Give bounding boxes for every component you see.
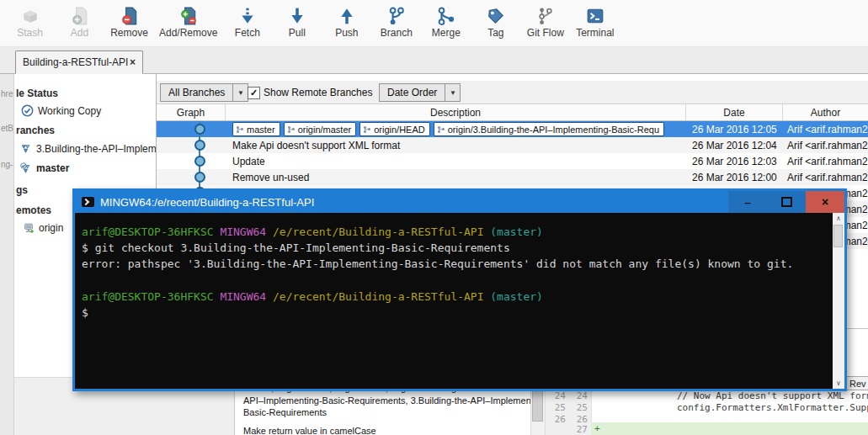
toolbar-button-push[interactable]: Push (322, 3, 371, 40)
commit-date: 26 Mar 2016 12:03 (686, 153, 783, 169)
toolbar-button-remove[interactable]: Remove (104, 3, 154, 40)
commit-message: Make Api doesn't support XML format (226, 137, 686, 153)
terminal-titlebar[interactable]: MINGW64:/e/recent/Building-a-RESTful-API… (75, 191, 844, 213)
toolbar-label: Branch (381, 27, 413, 39)
branch-icon (387, 4, 406, 27)
commit-message: Update (226, 153, 686, 169)
show-remote-branches-checkbox[interactable]: ✓ (248, 87, 260, 99)
branch-label-chip[interactable]: master (232, 122, 280, 136)
toolbar-label: Add/Remove (159, 27, 217, 39)
toolbar-button-terminal[interactable]: Terminal (570, 3, 620, 40)
branch-label-chip[interactable]: origin/3.Building-the-API–Implementing-B… (434, 122, 664, 136)
commit-author: Arif <arif.rahman2 (783, 153, 868, 169)
background-text-fragment: etB (1, 124, 13, 133)
tab-close-icon[interactable]: × (130, 56, 136, 68)
terminal-icon (586, 4, 604, 27)
diff-new-line-number: 24 (569, 390, 588, 401)
tab-building-a-restful-api[interactable]: Building-a-RESTful-API × (15, 50, 143, 74)
commit-date: 26 Mar 2016 12:04 (686, 137, 783, 153)
diff-new-line-number: 27 (569, 424, 588, 435)
branch-icon (437, 125, 445, 134)
maximize-button[interactable] (767, 191, 806, 213)
toolbar-button-gitflow[interactable]: Git Flow (520, 3, 570, 40)
terminal-cursor-line: $ (82, 306, 824, 322)
commit-author: Arif <arif.rahman2 (783, 137, 868, 153)
branch-filter-dropdown[interactable]: All Branches ▼ (160, 83, 248, 102)
add-icon (71, 4, 89, 27)
git-bash-window[interactable]: MINGW64:/e/recent/Building-a-RESTful-API… (72, 188, 847, 391)
background-text-fragment: ng- (1, 160, 13, 169)
toolbar-label: Push (335, 27, 358, 39)
sidebar-header-tags: gs (16, 184, 28, 196)
chevron-down-icon[interactable]: ▼ (233, 83, 248, 102)
commit-graph-node (194, 140, 205, 151)
toolbar-button-tag[interactable]: Tag (471, 3, 520, 40)
tag-icon (487, 4, 505, 27)
toolbar-label: Remove (110, 27, 148, 39)
terminal-prompt-line: arif@DESKTOP-36HFKSC MINGW64 /e/recent/B… (82, 225, 824, 241)
branch-label-chip[interactable]: origin/master (284, 122, 357, 136)
toolbar-label: Merge (432, 27, 461, 39)
branch-label-chip[interactable]: origin/HEAD (359, 122, 430, 136)
toolbar-label: Fetch (235, 27, 260, 39)
diff-code-line: config.Formatters.XmlFormatter.Support (677, 402, 868, 413)
history-controls: All Branches ▼ ✓ Show Remote Branches Da… (157, 81, 868, 104)
commit-author: Arif <arif.rahman2 (783, 121, 868, 137)
minimize-button[interactable]: – (728, 191, 767, 213)
tab-bar: Building-a-RESTful-API × (0, 47, 868, 74)
toolbar-button-branch[interactable]: Branch (371, 3, 421, 40)
branch-filter-label: All Branches (160, 83, 233, 102)
scroll-down-icon[interactable]: ∨ (833, 378, 844, 389)
sidebar-item-remote-origin[interactable]: origin (23, 222, 63, 234)
toolbar-label: Pull (289, 27, 306, 39)
commit-row[interactable]: Make Api doesn't support XML format 26 M… (157, 137, 868, 153)
sidebar-item-branch-feature[interactable]: 3.Building-the-API–Impleme (19, 143, 157, 155)
gitflow-icon (536, 4, 555, 27)
commit-message-line: Make return value in camelCase (243, 426, 376, 435)
chevron-down-icon[interactable]: ▼ (445, 83, 461, 102)
sidebar-item-working-copy[interactable]: Working Copy (21, 104, 101, 117)
tab-title: Building-a-RESTful-API (23, 56, 128, 68)
toolbar-button-pull[interactable]: Pull (272, 3, 322, 40)
column-header-graph[interactable]: Graph (157, 104, 226, 120)
commit-row[interactable]: Remove un-used 26 Mar 2016 12:00 Arif <a… (157, 169, 868, 185)
diff-added-row (591, 422, 868, 435)
toolbar-button-merge[interactable]: Merge (421, 3, 471, 40)
sort-order-dropdown[interactable]: Date Order ▼ (379, 83, 461, 102)
toolbar-label: Add (71, 27, 88, 39)
close-icon: × (822, 195, 828, 209)
commit-date: 26 Mar 2016 12:00 (686, 169, 783, 185)
commit-date: 26 Mar 2016 12:05 (686, 121, 783, 137)
scrollbar-thumb[interactable] (833, 225, 843, 247)
diff-plus-sign: + (594, 423, 600, 434)
pull-icon (288, 4, 306, 27)
toolbar-button-fetch[interactable]: Fetch (222, 3, 272, 40)
sidebar-item-branch-master[interactable]: master (19, 162, 69, 174)
maximize-icon (781, 197, 792, 207)
diff-old-line-number: 26 (547, 414, 566, 425)
sidebar-item-label: master (36, 162, 69, 174)
column-header-date[interactable]: Date (686, 104, 783, 120)
window-controls: – × (728, 191, 844, 213)
main-toolbar: Stash Add Remove Add/Remove Fetch (0, 0, 868, 47)
reverse-hunk-button[interactable]: Rev (844, 376, 868, 390)
commit-message: Remove un-used (226, 169, 686, 185)
toolbar-button-stash[interactable]: Stash (5, 3, 55, 40)
server-icon (23, 222, 35, 234)
fetch-icon (238, 4, 257, 27)
terminal-scrollbar[interactable]: ∧ ∨ (833, 213, 844, 389)
toolbar-label: Tag (487, 27, 503, 39)
column-header-author[interactable]: Author (783, 104, 868, 120)
scroll-up-icon[interactable]: ∧ (833, 213, 844, 224)
toolbar-button-add[interactable]: Add (55, 3, 104, 40)
terminal-output[interactable]: arif@DESKTOP-36HFKSC MINGW64 /e/recent/B… (75, 213, 844, 389)
commit-row-selected[interactable]: master origin/master origin/HEAD origin/… (157, 121, 868, 137)
sidebar-item-label: Working Copy (38, 105, 101, 117)
toolbar-button-add-remove[interactable]: Add/Remove (154, 3, 222, 40)
column-header-description[interactable]: Description (226, 104, 686, 120)
merge-icon (437, 4, 455, 27)
commit-labels-line: Basic-Requirements (243, 407, 327, 417)
close-button[interactable]: × (806, 191, 844, 213)
diff-new-line-number: 25 (569, 402, 588, 413)
commit-row[interactable]: Update 26 Mar 2016 12:03 Arif <arif.rahm… (157, 153, 868, 169)
